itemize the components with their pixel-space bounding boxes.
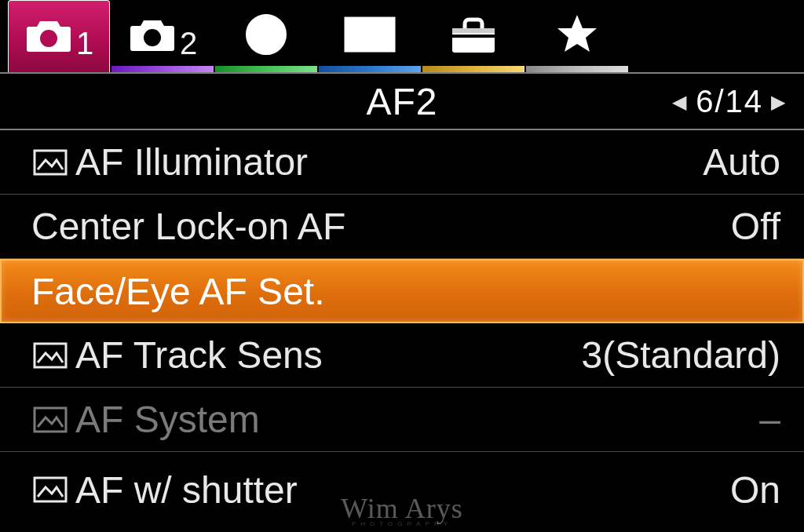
svg-point-1: [144, 29, 161, 46]
toolbox-icon: [449, 16, 498, 56]
menu-value: –: [759, 398, 780, 441]
chevron-left-icon[interactable]: ◀: [672, 90, 688, 112]
image-area-icon: [31, 342, 69, 369]
svg-rect-13: [35, 478, 66, 501]
svg-rect-7: [452, 28, 495, 33]
menu-label: Center Lock-on AF: [31, 205, 345, 248]
playback-tab[interactable]: [319, 0, 421, 72]
svg-marker-9: [557, 15, 597, 52]
menu-label: Face/Eye AF Set.: [31, 270, 325, 313]
star-icon: [555, 13, 599, 60]
tab-suffix: 1: [76, 26, 93, 61]
tab-suffix: 2: [180, 26, 197, 61]
camera-2-tab[interactable]: 2: [111, 0, 214, 72]
image-area-icon: [31, 476, 69, 503]
image-area-icon: [31, 149, 69, 176]
svg-rect-11: [35, 344, 66, 367]
page-header: AF2 ◀ 6/14 ▶: [0, 72, 804, 130]
menu-label: AF Track Sens: [75, 333, 323, 377]
center-lock-on-af[interactable]: Center Lock-on AF Off: [0, 195, 804, 259]
camera-icon: [24, 17, 73, 56]
pager-text: 6/14: [696, 84, 763, 119]
play-icon: [344, 16, 396, 56]
top-tabs: 1 2: [0, 0, 804, 72]
svg-rect-12: [35, 408, 66, 432]
camera-icon: [128, 16, 177, 56]
menu-value: 3(Standard): [582, 333, 780, 377]
menu-label: AF Illuminator: [75, 140, 308, 184]
menu-label: AF System: [75, 398, 260, 441]
menu-value: Auto: [703, 140, 780, 184]
svg-rect-10: [35, 151, 66, 174]
page-title: AF2: [366, 80, 437, 123]
svg-rect-8: [452, 35, 495, 38]
chevron-right-icon[interactable]: ▶: [771, 90, 787, 112]
globe-icon: [243, 12, 289, 60]
menu-value: Off: [731, 205, 780, 248]
image-area-icon: [31, 406, 69, 433]
af-illuminator[interactable]: AF Illuminator Auto: [0, 130, 804, 195]
af-system: AF System –: [0, 388, 804, 452]
pager[interactable]: ◀ 6/14 ▶: [672, 84, 787, 119]
network-tab[interactable]: [215, 0, 317, 72]
favorites-tab[interactable]: [526, 0, 628, 72]
camera-1-tab[interactable]: 1: [8, 0, 110, 72]
menu-list: AF Illuminator Auto Center Lock-on AF Of…: [0, 130, 804, 527]
svg-point-0: [40, 30, 57, 47]
af-w-shutter[interactable]: AF w/ shutter On: [0, 452, 804, 527]
menu-label: AF w/ shutter: [75, 468, 298, 512]
af-track-sens[interactable]: AF Track Sens 3(Standard): [0, 323, 804, 388]
menu-value: On: [730, 468, 780, 512]
face-eye-af-set[interactable]: Face/Eye AF Set.: [0, 259, 804, 323]
setup-tab[interactable]: [422, 0, 524, 72]
